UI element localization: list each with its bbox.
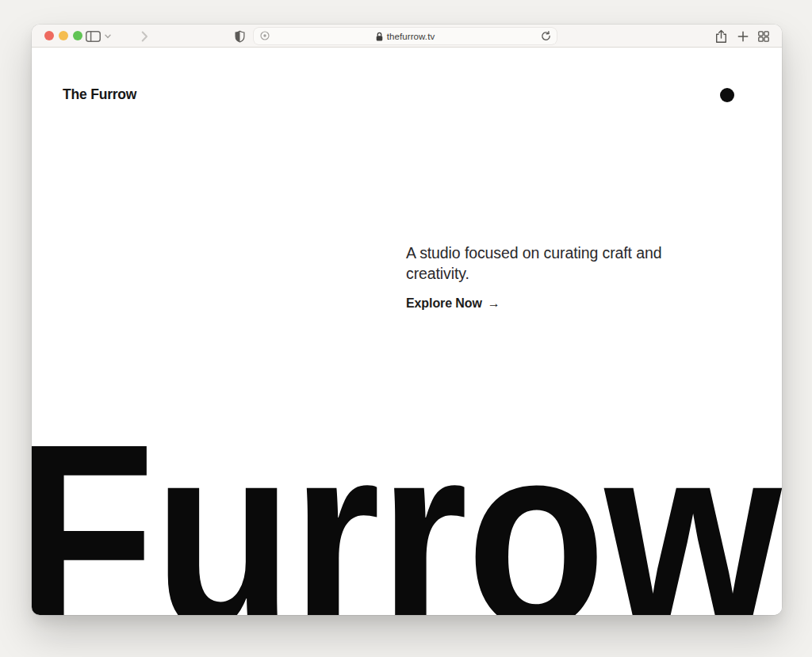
site-logo[interactable]: The Furrow bbox=[63, 86, 136, 103]
new-tab-button[interactable] bbox=[737, 31, 749, 42]
tagline-line-2: creativity. bbox=[406, 263, 662, 284]
back-button[interactable] bbox=[121, 31, 128, 42]
forward-button[interactable] bbox=[141, 31, 148, 42]
right-arrow-icon: → bbox=[488, 296, 500, 311]
explore-now-link[interactable]: Explore Now → bbox=[406, 296, 500, 311]
browser-window: thefurrow.tv bbox=[32, 25, 782, 615]
hero-headline: Furrow bbox=[32, 405, 780, 615]
url-host-text: thefurrow.tv bbox=[387, 32, 435, 41]
plus-icon bbox=[737, 31, 749, 42]
privacy-shield-icon bbox=[235, 30, 245, 43]
chevron-down-icon bbox=[105, 34, 111, 39]
tagline-line-1: A studio focused on curating craft and bbox=[406, 243, 662, 263]
lock-icon bbox=[376, 32, 383, 41]
page-options-icon bbox=[260, 31, 270, 40]
close-window-button[interactable] bbox=[44, 31, 54, 40]
chevron-right-icon bbox=[141, 31, 148, 42]
tab-overview-button[interactable] bbox=[758, 31, 769, 42]
browser-toolbar: thefurrow.tv bbox=[32, 25, 782, 48]
url-display: thefurrow.tv bbox=[376, 32, 435, 41]
share-button[interactable] bbox=[715, 29, 727, 44]
chevron-left-icon bbox=[121, 31, 128, 42]
sidebar-toggle-button[interactable] bbox=[86, 31, 101, 42]
page-viewport: The Furrow A studio focused on curating … bbox=[32, 48, 782, 615]
sidebar-menu-button[interactable] bbox=[105, 34, 111, 39]
site-menu-dot-button[interactable] bbox=[720, 88, 734, 102]
site-tagline: A studio focused on curating craft and c… bbox=[406, 243, 662, 284]
page-options-button[interactable] bbox=[260, 31, 270, 40]
reload-button[interactable] bbox=[541, 31, 551, 41]
privacy-report-button[interactable] bbox=[235, 30, 245, 43]
zoom-window-button[interactable] bbox=[73, 31, 82, 40]
window-controls bbox=[44, 31, 82, 40]
sidebar-icon bbox=[86, 31, 101, 42]
explore-now-label: Explore Now bbox=[406, 296, 482, 311]
tab-overview-grid-icon bbox=[758, 31, 769, 42]
share-icon bbox=[715, 29, 727, 44]
address-bar[interactable]: thefurrow.tv bbox=[254, 28, 557, 44]
minimize-window-button[interactable] bbox=[59, 31, 68, 40]
reload-icon bbox=[541, 31, 551, 41]
